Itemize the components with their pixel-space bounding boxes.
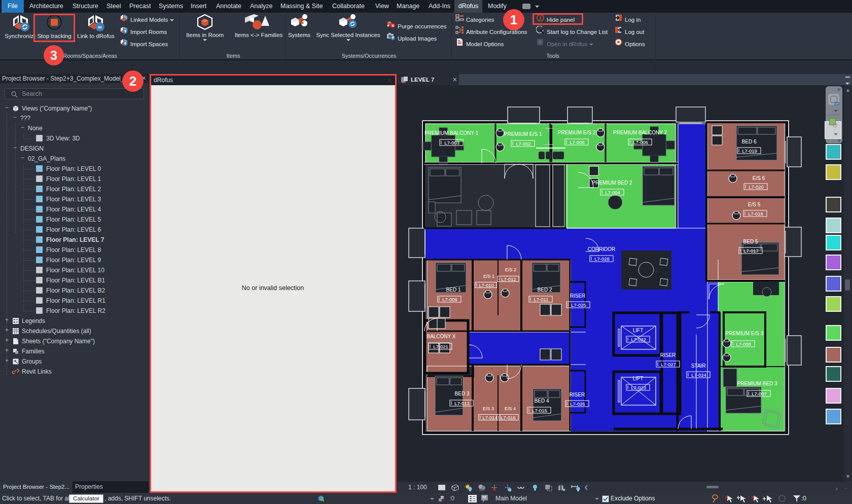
svg-text:L7-015: L7-015 (532, 408, 547, 413)
svg-text:L7-011: L7-011 (534, 297, 549, 302)
svg-text:E/S 1: E/S 1 (483, 274, 494, 279)
svg-text:RISER: RISER (570, 293, 586, 299)
svg-text:PREMIUM E/S 3: PREMIUM E/S 3 (726, 331, 764, 336)
svg-text:L7-007: L7-007 (752, 391, 767, 397)
svg-text:L7-024: L7-024 (691, 372, 706, 378)
svg-text:E/S 5: E/S 5 (748, 202, 761, 207)
svg-text:LIFT: LIFT (633, 328, 644, 333)
svg-text:PREMIUM BED 2: PREMIUM BED 2 (592, 180, 632, 186)
svg-text:L7-020: L7-020 (749, 184, 764, 190)
svg-text:PREMIUM BED 3: PREMIUM BED 3 (737, 381, 777, 386)
svg-text:RISER: RISER (570, 392, 585, 398)
svg-text:L7-028: L7-028 (594, 256, 610, 262)
svg-text:L7-006: L7-006 (633, 139, 648, 145)
svg-text:PREMIUM E/S 1: PREMIUM E/S 1 (504, 131, 542, 137)
svg-text:BED 1: BED 1 (446, 287, 461, 293)
svg-text:STAIR: STAIR (691, 363, 706, 369)
svg-text:L7-005: L7-005 (570, 139, 585, 145)
svg-text:L7-023: L7-023 (631, 385, 646, 390)
svg-text:CORRIDOR: CORRIDOR (588, 246, 615, 252)
svg-text:L7-021: L7-021 (433, 344, 448, 349)
svg-text:L7-004: L7-004 (605, 190, 620, 195)
svg-text:L7-016: L7-016 (501, 415, 516, 420)
svg-text:L7-019: L7-019 (742, 148, 757, 154)
svg-text:E/S 6: E/S 6 (753, 175, 765, 181)
svg-text:LIFT: LIFT (633, 376, 644, 381)
svg-text:L7-026: L7-026 (570, 401, 585, 407)
svg-text:L7-014: L7-014 (482, 415, 498, 420)
svg-text:L7-013: L7-013 (454, 401, 470, 406)
svg-text:PREMIUM BALCONY 2: PREMIUM BALCONY 2 (613, 130, 667, 135)
svg-text:L7-022: L7-022 (631, 337, 646, 342)
svg-text:L7-003: L7-003 (444, 140, 459, 146)
svg-text:L7-010: L7-010 (479, 282, 494, 288)
svg-text:RISER: RISER (660, 352, 676, 358)
svg-text:∞: ∞ (98, 24, 102, 30)
svg-text:E/S 2: E/S 2 (505, 267, 516, 272)
svg-text:L7-025: L7-025 (571, 302, 586, 308)
svg-text:BED 6: BED 6 (742, 139, 757, 145)
svg-text:E/S 4: E/S 4 (505, 406, 516, 411)
svg-text:L7-012: L7-012 (501, 276, 516, 282)
svg-text:BED 3: BED 3 (455, 391, 470, 397)
svg-text:BALCONY X: BALCONY X (427, 334, 455, 339)
svg-text:BED 4: BED 4 (535, 398, 549, 404)
svg-text:L7-002: L7-002 (516, 141, 531, 147)
svg-text:L7-017: L7-017 (743, 248, 759, 254)
svg-text:E/S 3: E/S 3 (483, 406, 494, 411)
svg-text:L7-018: L7-018 (748, 211, 763, 217)
svg-text:BED 5: BED 5 (743, 239, 758, 244)
svg-text:L7-008: L7-008 (736, 341, 751, 347)
svg-text:PREMIUM BALCONY 1: PREMIUM BALCONY 1 (424, 130, 478, 136)
svg-text:BED 2: BED 2 (538, 287, 552, 293)
svg-text:L7-009: L7-009 (442, 297, 457, 302)
svg-text:PREMIUM E/S 2: PREMIUM E/S 2 (558, 130, 596, 135)
svg-text:L7-027: L7-027 (661, 362, 676, 367)
